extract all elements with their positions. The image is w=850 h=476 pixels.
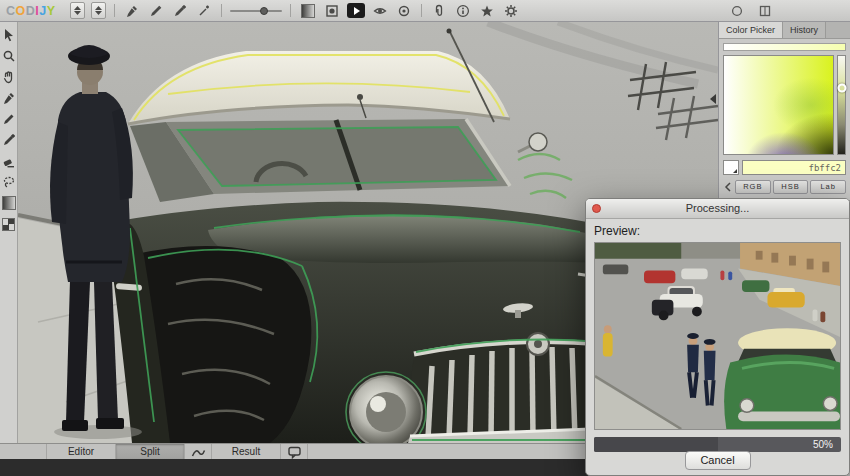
- lasso-tool[interactable]: [2, 175, 16, 189]
- star-icon[interactable]: [478, 2, 496, 20]
- slider-handle[interactable]: [260, 7, 268, 15]
- logo-letter: O: [16, 4, 26, 18]
- cursor-tool[interactable]: [2, 28, 16, 42]
- mask-icon[interactable]: [323, 2, 341, 20]
- app-window: C O D I J Y: [0, 0, 850, 476]
- app-logo: C O D I J Y: [6, 4, 56, 18]
- result-preview-icon[interactable]: [281, 444, 308, 459]
- processing-dialog: Processing... Preview:: [585, 198, 850, 476]
- color-gradient-field[interactable]: [723, 55, 834, 155]
- attach-icon[interactable]: [430, 2, 448, 20]
- logo-letter: D: [26, 4, 36, 18]
- tab-result[interactable]: Result: [212, 444, 281, 459]
- logo-letter: Y: [47, 4, 56, 18]
- mode-hsb-button[interactable]: HSB: [773, 180, 809, 194]
- eyedropper-tool[interactable]: [2, 91, 16, 105]
- top-toolbar: C O D I J Y: [0, 0, 850, 22]
- color-slider[interactable]: [837, 55, 846, 155]
- color-slider-handle[interactable]: [837, 84, 846, 93]
- dialog-title-bar[interactable]: Processing...: [586, 199, 849, 219]
- preview-image: [594, 242, 841, 430]
- gear-icon[interactable]: [502, 2, 520, 20]
- tab-editor[interactable]: Editor: [46, 444, 116, 459]
- progress-text: 50%: [813, 437, 833, 452]
- swatch-menu[interactable]: [723, 160, 739, 175]
- back-arrow-icon[interactable]: [723, 182, 733, 192]
- info-icon[interactable]: [454, 2, 472, 20]
- pen-tool[interactable]: [2, 112, 16, 126]
- dialog-title: Processing...: [686, 202, 750, 214]
- close-icon[interactable]: [592, 204, 601, 213]
- color-stepper[interactable]: [91, 2, 106, 19]
- marker-tool[interactable]: [2, 133, 16, 147]
- panel-tabs: Color Picker History: [719, 22, 850, 39]
- toolbar-separator: [421, 4, 422, 17]
- progress-fill: [594, 437, 718, 452]
- eye-icon[interactable]: [371, 2, 389, 20]
- logo-letter: J: [39, 4, 46, 18]
- progress-bar: 50%: [594, 437, 841, 452]
- toolbar-separator: [114, 4, 115, 17]
- split-curve-icon[interactable]: [185, 444, 212, 459]
- slider-track: [230, 10, 282, 12]
- tool-sidebar: [0, 22, 18, 443]
- gradient-preview-strip: [723, 43, 846, 51]
- play-button[interactable]: [347, 2, 365, 20]
- target-icon[interactable]: [395, 2, 413, 20]
- mode-rgb-button[interactable]: RGB: [735, 180, 771, 194]
- panel-collapse-icon[interactable]: [710, 94, 716, 104]
- eyedropper-icon[interactable]: [123, 2, 141, 20]
- cancel-button[interactable]: Cancel: [685, 451, 751, 470]
- size-slider[interactable]: [230, 4, 282, 18]
- pen-icon[interactable]: [147, 2, 165, 20]
- hand-tool[interactable]: [2, 70, 16, 84]
- hex-swatch[interactable]: fbffc2: [742, 160, 846, 175]
- magic-wand-icon[interactable]: [195, 2, 213, 20]
- tab-split[interactable]: Split: [116, 444, 185, 459]
- zoom-tool[interactable]: [2, 49, 16, 63]
- eraser-tool[interactable]: [2, 154, 16, 168]
- preview-label: Preview:: [594, 224, 849, 238]
- marker-icon[interactable]: [171, 2, 189, 20]
- panel-toggle-icon[interactable]: [728, 2, 746, 20]
- mode-lab-button[interactable]: Lab: [810, 180, 846, 194]
- toolbar-separator: [290, 4, 291, 17]
- tab-color-picker[interactable]: Color Picker: [719, 22, 783, 38]
- gradient-tool[interactable]: [2, 196, 16, 210]
- toolbar-separator: [221, 4, 222, 17]
- logo-letter: C: [6, 4, 16, 18]
- preset-stepper[interactable]: [70, 2, 85, 19]
- grid-toggle-icon[interactable]: [756, 2, 774, 20]
- gradient-icon[interactable]: [299, 2, 317, 20]
- tab-history[interactable]: History: [783, 22, 826, 38]
- checker-tool[interactable]: [2, 217, 16, 231]
